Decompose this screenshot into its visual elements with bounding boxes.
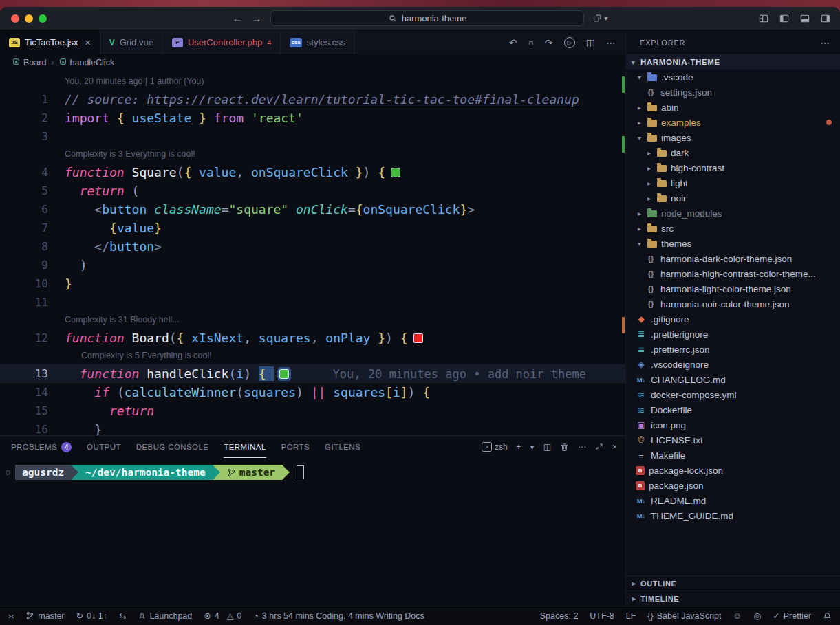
toggle-primary-sidebar-icon[interactable] [779, 14, 789, 23]
explorer-more-icon[interactable]: ⋯ [820, 37, 830, 48]
tab-UserController.php[interactable]: PUserController.php4 [163, 30, 281, 54]
code-line-2[interactable]: 2import { useState } from 'react' [0, 109, 625, 127]
wakatime-item[interactable]: ◔3 hrs 54 mins Coding, 4 mins Writing Do… [253, 611, 424, 621]
tab-TicTacToe.jsx[interactable]: JSTicTacToe.jsx× [0, 30, 100, 54]
tree-item-noir[interactable]: ▸noir [626, 190, 840, 206]
code-line-16[interactable]: 16 } [0, 420, 625, 435]
code-line-4[interactable]: 4function Square({ value, onSquareClick … [0, 163, 625, 182]
prettier-item[interactable]: ✓Prettier [773, 611, 811, 621]
tree-item-Dockerfile[interactable]: ≋Dockerfile [626, 402, 840, 417]
code-line-5[interactable]: 5 return ( [0, 182, 625, 200]
code-line-8[interactable]: 8 </button> [0, 237, 625, 256]
terminal-shell-button[interactable]: >zsh [482, 442, 508, 452]
outline-section[interactable]: ▸ OUTLINE [626, 575, 840, 591]
panel-tab-terminal[interactable]: TERMINAL [224, 436, 266, 458]
code-editor[interactable]: You, 20 minutes ago | 1 author (You)1// … [0, 71, 625, 435]
code-line-9[interactable]: 9 ) [0, 256, 625, 274]
git-blame-lens[interactable]: You, 20 minutes ago | 1 author (You) [0, 73, 625, 90]
terminal-profile-dropdown[interactable]: ▾ [530, 442, 535, 452]
extension-status-icon[interactable]: ◎ [753, 611, 761, 621]
language-mode-item[interactable]: {}Babel JavaScript [647, 611, 721, 621]
panel-tab-output[interactable]: OUTPUT [87, 436, 121, 458]
tree-item-light[interactable]: ▸light [626, 175, 840, 190]
tree-item-.gitignore[interactable]: ◆.gitignore [626, 311, 840, 327]
customize-layout-icon[interactable] [759, 14, 768, 23]
tree-item-icon.png[interactable]: ▣icon.png [626, 417, 840, 432]
color-swatch[interactable] [413, 333, 423, 343]
tree-item-examples[interactable]: ▸examples [626, 115, 840, 130]
minimize-window-button[interactable] [25, 14, 33, 23]
tree-item-abin[interactable]: ▸abin [626, 100, 840, 115]
toggle-secondary-sidebar-icon[interactable] [821, 14, 830, 23]
code-line-10[interactable]: 10} [0, 274, 625, 293]
codelens-annotation[interactable]: Complexity is 5 Everything is cool! [0, 347, 625, 364]
tab-Grid.vue[interactable]: VGrid.vue [100, 30, 163, 54]
tree-item-settings.json[interactable]: {}settings.json [626, 85, 840, 100]
panel-tab-problems[interactable]: PROBLEMS4 [11, 436, 72, 458]
breadcrumb-item-Board[interactable]: Board [12, 58, 46, 67]
tree-item-CHANGELOG.md[interactable]: M↓CHANGELOG.md [626, 372, 840, 387]
code-line-6[interactable]: 6 <button className="square" onClick={on… [0, 200, 625, 219]
codelens-annotation[interactable]: Complexity is 3 Everything is cool! [0, 146, 625, 163]
code-line-1[interactable]: 1// source: https://react.dev/learn/tuto… [0, 90, 625, 109]
new-terminal-button[interactable]: + [517, 442, 521, 452]
tree-item-harmonia-high-contrast-color-theme...[interactable]: {}harmonia-high-contrast-color-theme... [626, 266, 840, 281]
feedback-smiley-icon[interactable]: ☺ [733, 611, 742, 621]
close-window-button[interactable] [11, 14, 19, 23]
tree-item-Makefile[interactable]: ≡Makefile [626, 448, 840, 463]
command-center-search[interactable]: harmonia-theme [270, 10, 584, 26]
kill-terminal-button[interactable] [560, 443, 569, 452]
tree-item-.prettierignore[interactable]: ≣.prettierignore [626, 327, 840, 342]
tree-item-harmonia-light-color-theme.json[interactable]: {}harmonia-light-color-theme.json [626, 281, 840, 296]
tree-item-LICENSE.txt[interactable]: ©LICENSE.txt [626, 432, 840, 448]
remote-indicator[interactable]: ›‹ [8, 611, 14, 621]
history-forward-icon[interactable]: → [251, 12, 261, 24]
tree-item-images[interactable]: ▾images [626, 130, 840, 145]
gitlens-compare-icon[interactable]: ⇆ [119, 611, 126, 621]
history-back-icon[interactable]: ← [232, 12, 242, 24]
tree-item-themes[interactable]: ▾themes [626, 236, 840, 251]
tree-item-.vscodeignore[interactable]: ◈.vscodeignore [626, 357, 840, 372]
tree-item-.vscode[interactable]: ▾.vscode [626, 69, 840, 85]
notifications-bell-icon[interactable] [823, 611, 832, 620]
encoding-item[interactable]: UTF-8 [590, 611, 614, 621]
panel-tab-gitlens[interactable]: GITLENS [325, 436, 360, 458]
breadcrumb-item-handleClick[interactable]: handleClick [59, 58, 115, 67]
tree-item-package.json[interactable]: npackage.json [626, 478, 840, 493]
git-branch-item[interactable]: master [25, 611, 64, 621]
close-tab-icon[interactable]: × [85, 37, 91, 48]
explorer-section-header[interactable]: ▾ HARMONIA-THEME [626, 54, 840, 69]
tree-item-README.md[interactable]: M↓README.md [626, 493, 840, 508]
codelens-annotation[interactable]: Complexity is 31 Bloody hell... [0, 311, 625, 329]
split-editor-icon[interactable]: ◫ [586, 37, 595, 48]
toggle-panel-icon[interactable] [800, 14, 810, 23]
color-swatch[interactable] [391, 168, 400, 177]
close-panel-button[interactable]: × [612, 442, 617, 452]
code-line-3[interactable]: 3 [0, 127, 625, 146]
code-line-13[interactable]: 13 function handleClick(i) { You, 20 min… [0, 364, 625, 383]
tree-item-harmonia-dark-color-theme.json[interactable]: {}harmonia-dark-color-theme.json [626, 251, 840, 266]
split-terminal-button[interactable]: ◫ [543, 442, 551, 452]
tree-item-THEME_GUIDE.md[interactable]: M↓THEME_GUIDE.md [626, 508, 840, 523]
terminal[interactable]: agusrdz~/dev/harmonia-thememaster [0, 458, 625, 606]
code-line-15[interactable]: 15 return [0, 402, 625, 420]
tree-item-harmonia-noir-color-theme.json[interactable]: {}harmonia-noir-color-theme.json [626, 296, 840, 311]
tree-item-src[interactable]: ▸src [626, 221, 840, 236]
nav-forward-icon[interactable]: ↷ [545, 37, 553, 48]
tree-item-package-lock.json[interactable]: npackage-lock.json [626, 463, 840, 478]
nav-back-icon[interactable]: ↶ [509, 37, 517, 48]
tree-item-.prettierrc.json[interactable]: ≣.prettierrc.json [626, 342, 840, 357]
zoom-window-button[interactable] [39, 14, 47, 23]
tree-item-node_modules[interactable]: ▸node_modules [626, 206, 840, 221]
panel-tab-ports[interactable]: PORTS [281, 436, 310, 458]
panel-tab-debug-console[interactable]: DEBUG CONSOLE [136, 436, 209, 458]
nav-target-icon[interactable]: ○ [528, 37, 534, 48]
indentation-item[interactable]: Spaces: 2 [540, 611, 579, 621]
tree-item-high-contrast[interactable]: ▸high-contrast [626, 160, 840, 175]
run-file-icon[interactable]: ▷ [564, 37, 575, 48]
git-sync-item[interactable]: ↻0↓ 1↑ [76, 611, 107, 621]
overview-ruler[interactable] [622, 71, 625, 435]
tree-item-docker-compose.yml[interactable]: ≋docker-compose.yml [626, 387, 840, 402]
problems-item[interactable]: ⊗4△0 [204, 611, 241, 621]
panel-more-button[interactable]: ⋯ [578, 442, 586, 452]
